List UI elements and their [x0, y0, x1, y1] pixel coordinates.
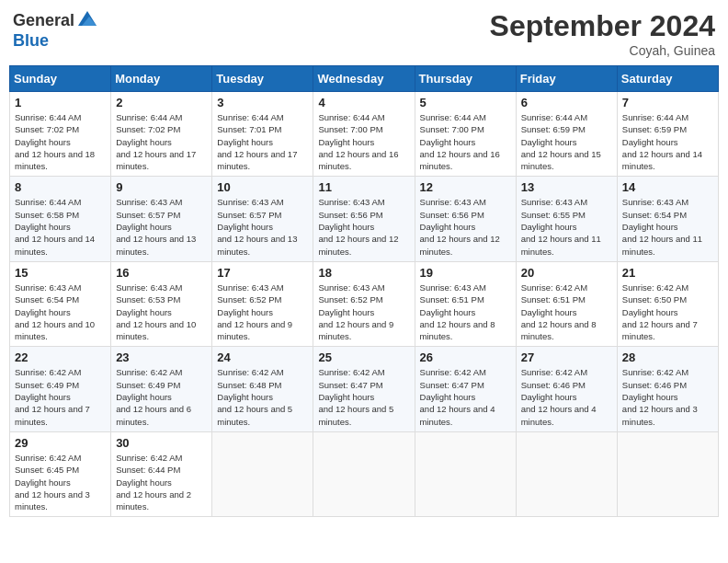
- day-number: 19: [420, 266, 511, 280]
- calendar-cell: 13 Sunrise: 6:43 AM Sunset: 6:55 PM Dayl…: [516, 177, 617, 261]
- day-info: Sunrise: 6:42 AM Sunset: 6:47 PM Dayligh…: [420, 366, 511, 427]
- location: Coyah, Guinea: [490, 43, 715, 58]
- week-row-1: 1 Sunrise: 6:44 AM Sunset: 7:02 PM Dayli…: [10, 92, 719, 177]
- calendar-cell: 28 Sunrise: 6:42 AM Sunset: 6:46 PM Dayl…: [617, 347, 718, 431]
- day-number: 8: [15, 180, 106, 194]
- calendar-cell: 1 Sunrise: 6:44 AM Sunset: 7:02 PM Dayli…: [10, 92, 111, 177]
- day-info: Sunrise: 6:43 AM Sunset: 6:57 PM Dayligh…: [116, 196, 207, 257]
- day-number: 22: [15, 350, 106, 364]
- day-info: Sunrise: 6:44 AM Sunset: 7:02 PM Dayligh…: [116, 111, 207, 172]
- day-number: 24: [217, 350, 308, 364]
- day-info: Sunrise: 6:42 AM Sunset: 6:49 PM Dayligh…: [116, 366, 207, 427]
- weekday-header-friday: Friday: [516, 66, 617, 92]
- calendar-cell: 9 Sunrise: 6:43 AM Sunset: 6:57 PM Dayli…: [111, 177, 212, 261]
- day-number: 9: [116, 180, 207, 194]
- day-info: Sunrise: 6:42 AM Sunset: 6:51 PM Dayligh…: [521, 282, 612, 342]
- calendar-cell: 17 Sunrise: 6:43 AM Sunset: 6:52 PM Dayl…: [212, 261, 313, 346]
- day-number: 5: [420, 96, 511, 109]
- weekday-header-thursday: Thursday: [415, 66, 516, 92]
- day-info: Sunrise: 6:42 AM Sunset: 6:48 PM Dayligh…: [217, 366, 308, 427]
- day-info: Sunrise: 6:44 AM Sunset: 7:00 PM Dayligh…: [420, 111, 511, 172]
- calendar-table: SundayMondayTuesdayWednesdayThursdayFrid…: [9, 65, 719, 517]
- day-number: 27: [521, 350, 612, 364]
- calendar-cell: 2 Sunrise: 6:44 AM Sunset: 7:02 PM Dayli…: [111, 92, 212, 177]
- day-number: 2: [116, 96, 207, 109]
- day-info: Sunrise: 6:42 AM Sunset: 6:47 PM Dayligh…: [318, 366, 409, 427]
- calendar-cell: 16 Sunrise: 6:43 AM Sunset: 6:53 PM Dayl…: [111, 261, 212, 346]
- weekday-header-sunday: Sunday: [10, 66, 111, 92]
- calendar-cell: [212, 431, 313, 516]
- day-number: 6: [521, 96, 612, 109]
- day-number: 15: [15, 266, 106, 280]
- week-row-5: 29 Sunrise: 6:42 AM Sunset: 6:45 PM Dayl…: [10, 431, 719, 516]
- calendar-cell: 4 Sunrise: 6:44 AM Sunset: 7:00 PM Dayli…: [313, 92, 415, 177]
- calendar-cell: [617, 431, 718, 516]
- day-info: Sunrise: 6:44 AM Sunset: 6:59 PM Dayligh…: [622, 111, 713, 172]
- weekday-header-saturday: Saturday: [617, 66, 718, 92]
- week-row-3: 15 Sunrise: 6:43 AM Sunset: 6:54 PM Dayl…: [10, 261, 719, 346]
- calendar-cell: [516, 431, 617, 516]
- day-info: Sunrise: 6:42 AM Sunset: 6:45 PM Dayligh…: [15, 452, 106, 512]
- day-info: Sunrise: 6:43 AM Sunset: 6:53 PM Dayligh…: [116, 282, 207, 342]
- calendar-cell: 27 Sunrise: 6:42 AM Sunset: 6:46 PM Dayl…: [516, 347, 617, 431]
- logo: General Blue: [13, 9, 98, 51]
- calendar-cell: 23 Sunrise: 6:42 AM Sunset: 6:49 PM Dayl…: [111, 347, 212, 431]
- day-number: 21: [622, 266, 713, 280]
- day-number: 14: [622, 180, 713, 194]
- calendar-cell: [313, 431, 415, 516]
- calendar-cell: 10 Sunrise: 6:43 AM Sunset: 6:57 PM Dayl…: [212, 177, 313, 261]
- calendar-cell: 15 Sunrise: 6:43 AM Sunset: 6:54 PM Dayl…: [10, 261, 111, 346]
- calendar-cell: 29 Sunrise: 6:42 AM Sunset: 6:45 PM Dayl…: [10, 431, 111, 516]
- logo-general-text: General: [13, 11, 74, 30]
- calendar-cell: 8 Sunrise: 6:44 AM Sunset: 6:58 PM Dayli…: [10, 177, 111, 261]
- calendar-cell: 5 Sunrise: 6:44 AM Sunset: 7:00 PM Dayli…: [415, 92, 516, 177]
- day-info: Sunrise: 6:44 AM Sunset: 6:59 PM Dayligh…: [521, 111, 612, 172]
- weekday-header-tuesday: Tuesday: [212, 66, 313, 92]
- day-info: Sunrise: 6:43 AM Sunset: 6:56 PM Dayligh…: [420, 196, 511, 257]
- calendar-cell: 12 Sunrise: 6:43 AM Sunset: 6:56 PM Dayl…: [415, 177, 516, 261]
- day-info: Sunrise: 6:43 AM Sunset: 6:51 PM Dayligh…: [420, 282, 511, 342]
- month-title: September 2024: [490, 9, 715, 43]
- calendar-cell: 3 Sunrise: 6:44 AM Sunset: 7:01 PM Dayli…: [212, 92, 313, 177]
- week-row-4: 22 Sunrise: 6:42 AM Sunset: 6:49 PM Dayl…: [10, 347, 719, 431]
- calendar-cell: 24 Sunrise: 6:42 AM Sunset: 6:48 PM Dayl…: [212, 347, 313, 431]
- day-number: 13: [521, 180, 612, 194]
- day-number: 30: [116, 436, 207, 450]
- logo-icon: [76, 9, 98, 31]
- calendar-cell: 26 Sunrise: 6:42 AM Sunset: 6:47 PM Dayl…: [415, 347, 516, 431]
- day-number: 26: [420, 350, 511, 364]
- day-number: 23: [116, 350, 207, 364]
- calendar-cell: 11 Sunrise: 6:43 AM Sunset: 6:56 PM Dayl…: [313, 177, 415, 261]
- day-info: Sunrise: 6:43 AM Sunset: 6:52 PM Dayligh…: [318, 282, 409, 342]
- day-info: Sunrise: 6:42 AM Sunset: 6:46 PM Dayligh…: [521, 366, 612, 427]
- weekday-header-monday: Monday: [111, 66, 212, 92]
- day-number: 12: [420, 180, 511, 194]
- weekday-header-wednesday: Wednesday: [313, 66, 415, 92]
- day-info: Sunrise: 6:44 AM Sunset: 6:58 PM Dayligh…: [15, 196, 106, 257]
- calendar-cell: 18 Sunrise: 6:43 AM Sunset: 6:52 PM Dayl…: [313, 261, 415, 346]
- day-info: Sunrise: 6:43 AM Sunset: 6:54 PM Dayligh…: [622, 196, 713, 257]
- day-info: Sunrise: 6:44 AM Sunset: 7:00 PM Dayligh…: [318, 111, 409, 172]
- day-info: Sunrise: 6:43 AM Sunset: 6:54 PM Dayligh…: [15, 282, 106, 342]
- day-number: 4: [318, 96, 409, 109]
- calendar-cell: 25 Sunrise: 6:42 AM Sunset: 6:47 PM Dayl…: [313, 347, 415, 431]
- day-info: Sunrise: 6:43 AM Sunset: 6:56 PM Dayligh…: [318, 196, 409, 257]
- day-number: 10: [217, 180, 308, 194]
- day-info: Sunrise: 6:42 AM Sunset: 6:46 PM Dayligh…: [622, 366, 713, 427]
- day-number: 20: [521, 266, 612, 280]
- logo-blue-text: Blue: [13, 31, 49, 51]
- day-number: 17: [217, 266, 308, 280]
- day-number: 18: [318, 266, 409, 280]
- day-info: Sunrise: 6:44 AM Sunset: 7:02 PM Dayligh…: [15, 111, 106, 172]
- day-number: 1: [15, 96, 106, 109]
- day-info: Sunrise: 6:43 AM Sunset: 6:55 PM Dayligh…: [521, 196, 612, 257]
- title-section: September 2024 Coyah, Guinea: [490, 9, 715, 58]
- day-number: 7: [622, 96, 713, 109]
- calendar-cell: [415, 431, 516, 516]
- day-info: Sunrise: 6:43 AM Sunset: 6:52 PM Dayligh…: [217, 282, 308, 342]
- page-header: General Blue September 2024 Coyah, Guine…: [9, 9, 719, 58]
- day-info: Sunrise: 6:44 AM Sunset: 7:01 PM Dayligh…: [217, 111, 308, 172]
- calendar-cell: 22 Sunrise: 6:42 AM Sunset: 6:49 PM Dayl…: [10, 347, 111, 431]
- day-number: 16: [116, 266, 207, 280]
- calendar-cell: 19 Sunrise: 6:43 AM Sunset: 6:51 PM Dayl…: [415, 261, 516, 346]
